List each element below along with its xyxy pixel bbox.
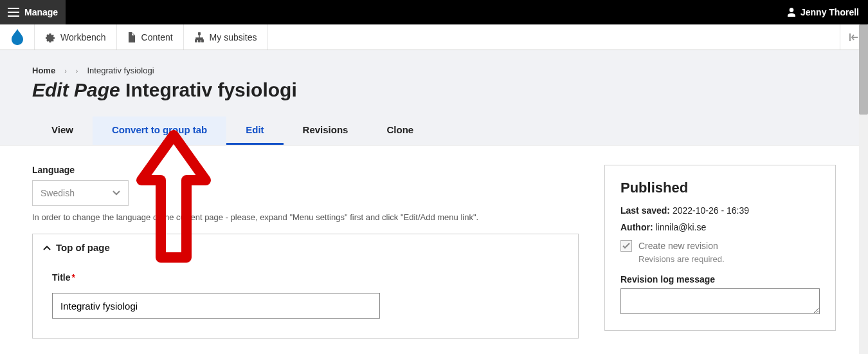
user-menu[interactable]: Jenny Thorell (777, 7, 868, 17)
checkbox-checked-icon (620, 240, 632, 252)
chevron-up-icon (43, 245, 51, 250)
page-title-prefix: Edit Page (32, 79, 120, 100)
gear-icon (45, 32, 55, 42)
vertical-scrollbar[interactable] (859, 24, 868, 354)
page-title: Edit Page Integrativ fysiologi (32, 79, 836, 101)
top-of-page-toggle[interactable]: Top of page (33, 234, 578, 261)
main-form: Language Swedish In order to change the … (32, 165, 579, 339)
svg-rect-3 (201, 39, 204, 42)
language-select[interactable]: Swedish (32, 180, 129, 206)
required-marker: * (72, 272, 75, 283)
droplet-icon (10, 29, 24, 46)
last-saved: Last saved: 2022-10-26 - 16:39 (620, 205, 820, 216)
toolbar-workbench[interactable]: Workbench (35, 24, 117, 50)
svg-rect-1 (195, 39, 197, 42)
language-select-value: Swedish (41, 188, 75, 198)
admin-toolbar: Workbench Content My subsites (0, 24, 868, 50)
revision-required-note: Revisions are required. (638, 254, 820, 264)
drupal-logo[interactable] (0, 24, 35, 50)
svg-rect-0 (198, 32, 201, 35)
chevron-down-icon (113, 191, 120, 196)
page-header: Home › › Integrativ fysiologi Edit Page … (0, 50, 868, 145)
top-of-page-label: Top of page (56, 242, 110, 253)
language-help-text: In order to change the language of the c… (32, 212, 579, 222)
tab-view[interactable]: View (32, 116, 93, 145)
title-label-text: Title (52, 272, 71, 283)
revision-log-input[interactable] (620, 288, 820, 314)
chevron-right-icon: › (76, 67, 78, 75)
file-icon (127, 32, 136, 42)
chevron-right-icon: › (64, 67, 67, 75)
tab-edit[interactable]: Edit (226, 116, 283, 145)
title-label: Title* (52, 272, 559, 283)
collapse-icon (849, 33, 860, 42)
toolbar-workbench-label: Workbench (60, 32, 106, 42)
language-label: Language (32, 165, 579, 175)
revision-log-label: Revision log message (620, 274, 820, 284)
tab-clone[interactable]: Clone (367, 116, 433, 145)
manage-button[interactable]: Manage (0, 0, 66, 24)
author-label: Author: (620, 222, 653, 232)
breadcrumb: Home › › Integrativ fysiologi (32, 66, 836, 75)
username: Jenny Thorell (800, 7, 859, 17)
create-revision-checkbox: Create new revision (620, 240, 820, 252)
toolbar-content-label: Content (141, 32, 173, 42)
toolbar-subsites-label: My subsites (210, 32, 257, 42)
hamburger-icon (8, 8, 19, 17)
primary-tabs: View Convert to group tab Edit Revisions… (32, 116, 836, 145)
tab-revisions[interactable]: Revisions (284, 116, 368, 145)
author-value: linnila@ki.se (655, 222, 706, 232)
revision-sidebar: Published Last saved: 2022-10-26 - 16:39… (604, 165, 836, 331)
tab-convert-to-group[interactable]: Convert to group tab (93, 116, 226, 145)
manage-label: Manage (24, 7, 58, 17)
breadcrumb-current: Integrativ fysiologi (87, 66, 154, 75)
sitemap-icon (194, 32, 204, 42)
svg-rect-2 (198, 39, 201, 42)
last-saved-value: 2022-10-26 - 16:39 (673, 205, 749, 216)
user-icon (786, 7, 797, 17)
last-saved-label: Last saved: (620, 205, 670, 216)
admin-topbar: Manage Jenny Thorell (0, 0, 868, 24)
title-input[interactable] (52, 293, 380, 319)
scrollbar-thumb[interactable] (859, 24, 868, 115)
toolbar-content[interactable]: Content (117, 24, 184, 50)
page-title-name: Integrativ fysiologi (125, 79, 297, 100)
top-of-page-panel: Top of page Title* (32, 234, 579, 339)
breadcrumb-home[interactable]: Home (32, 66, 55, 75)
publish-status: Published (620, 180, 820, 196)
toolbar-subsites[interactable]: My subsites (184, 24, 268, 50)
create-revision-label: Create new revision (638, 241, 718, 251)
content-region: Language Swedish In order to change the … (0, 145, 868, 354)
author: Author: linnila@ki.se (620, 222, 820, 232)
